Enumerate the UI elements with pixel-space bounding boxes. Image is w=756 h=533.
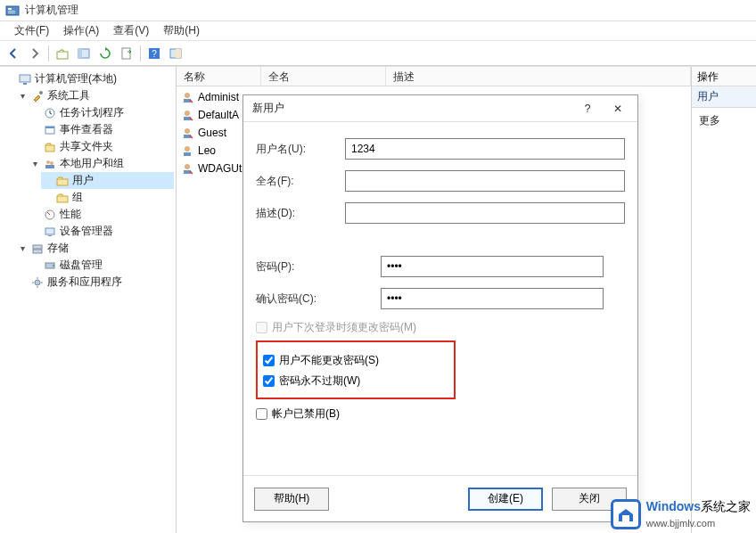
checkbox-account-disabled-label: 帐户已禁用(B)	[272, 406, 340, 422]
annotation-highlight: 用户不能更改密码(S) 密码永不过期(W)	[256, 340, 456, 399]
storage-icon	[30, 242, 45, 256]
svg-rect-18	[45, 145, 54, 152]
menubar: 文件(F) 操作(A) 查看(V) 帮助(H)	[0, 21, 756, 41]
toolbar-help-button[interactable]: ?	[144, 44, 164, 63]
checkbox-cannot-change-row[interactable]: 用户不能更改密码(S)	[263, 353, 448, 368]
svg-rect-37	[184, 135, 191, 138]
folder-icon	[55, 174, 70, 188]
svg-rect-4	[57, 52, 68, 59]
svg-rect-39	[184, 152, 191, 156]
toolbar: ?	[0, 41, 756, 66]
toolbar-separator	[140, 45, 141, 62]
tree-event-viewer-label: 事件查看器	[60, 122, 113, 137]
toolbar-refresh-button[interactable]	[95, 44, 115, 63]
tree-shared-folders[interactable]: ▸共享文件夹	[29, 138, 174, 155]
toolbar-up-button[interactable]	[53, 44, 72, 63]
menu-help[interactable]: 帮助(H)	[156, 21, 207, 40]
svg-rect-33	[184, 99, 191, 102]
tree-root[interactable]: 计算机管理(本地)	[4, 70, 174, 87]
create-button[interactable]: 创建(E)	[468, 488, 543, 511]
tree-shared-folders-label: 共享文件夹	[60, 139, 113, 154]
svg-rect-23	[57, 196, 68, 202]
svg-rect-41	[184, 170, 191, 174]
svg-point-14	[39, 91, 43, 94]
username-field[interactable]	[345, 138, 625, 160]
tree-system-tools[interactable]: ▾ 系统工具	[16, 87, 174, 104]
checkbox-never-expires[interactable]	[263, 375, 275, 387]
user-icon	[180, 144, 194, 158]
tree-disk-management-label: 磁盘管理	[60, 258, 103, 273]
console-tree[interactable]: 计算机管理(本地) ▾ 系统工具 ▸任	[2, 70, 174, 291]
label-username: 用户名(U):	[256, 142, 345, 157]
fullname-field[interactable]	[345, 170, 625, 192]
tree-task-scheduler[interactable]: ▸任务计划程序	[29, 104, 174, 121]
menu-view[interactable]: 查看(V)	[106, 21, 156, 40]
column-name[interactable]: 名称	[177, 67, 261, 86]
checkbox-cannot-change[interactable]	[263, 355, 275, 366]
tree-device-manager-label: 设备管理器	[60, 224, 113, 239]
computer-icon	[18, 72, 32, 86]
dialog-body: 用户名(U): 全名(F): 描述(D): 密码(P): 确认密码(C): 用户…	[243, 122, 637, 475]
column-description[interactable]: 描述	[386, 67, 691, 86]
list-item-name: Leo	[198, 144, 216, 157]
checkbox-never-expires-label: 密码永不过期(W)	[279, 373, 360, 389]
help-button[interactable]: 帮助(H)	[254, 488, 329, 511]
dialog-titlebar[interactable]: 新用户 ? ✕	[243, 95, 637, 122]
tree-services-apps[interactable]: ▸服务和应用程序	[16, 274, 174, 291]
label-confirm-password: 确认密码(C):	[256, 291, 381, 307]
watermark-url: www.bjjmlv.com	[646, 518, 715, 529]
close-icon[interactable]: ✕	[605, 99, 630, 119]
svg-point-20	[50, 161, 53, 165]
svg-rect-28	[33, 250, 42, 253]
user-icon	[180, 161, 194, 176]
label-fullname: 全名(F):	[256, 174, 345, 189]
tree-panel: 计算机管理(本地) ▾ 系统工具 ▸任	[0, 67, 177, 533]
tree-local-users-groups[interactable]: ▾本地用户和组	[29, 155, 174, 172]
dialog-help-button[interactable]: ?	[575, 99, 600, 119]
tree-storage[interactable]: ▾存储	[16, 240, 174, 257]
menu-file[interactable]: 文件(F)	[7, 21, 56, 40]
svg-rect-2	[8, 11, 15, 12]
menu-action[interactable]: 操作(A)	[56, 21, 106, 40]
performance-icon	[43, 208, 57, 222]
svg-point-36	[185, 128, 190, 134]
chevron-down-icon[interactable]: ▾	[30, 159, 40, 168]
dialog-title: 新用户	[252, 101, 284, 116]
tree-users[interactable]: 用户	[41, 172, 174, 189]
column-fullname[interactable]: 全名	[261, 67, 386, 86]
svg-rect-35	[184, 117, 191, 120]
toolbar-properties-button[interactable]	[166, 44, 185, 63]
checkbox-never-expires-row[interactable]: 密码永不过期(W)	[263, 373, 448, 389]
tree-event-viewer[interactable]: ▸事件查看器	[29, 121, 174, 138]
toolbar-show-hide-console-button[interactable]	[74, 44, 94, 63]
confirm-password-field[interactable]	[381, 288, 604, 309]
actions-more[interactable]: 更多	[692, 108, 756, 134]
new-user-dialog: 新用户 ? ✕ 用户名(U): 全名(F): 描述(D): 密码(P): 确认密…	[242, 94, 638, 522]
svg-point-32	[185, 93, 190, 98]
checkbox-account-disabled-row[interactable]: 帐户已禁用(B)	[256, 406, 625, 422]
svg-point-40	[185, 164, 190, 169]
svg-rect-7	[122, 48, 130, 59]
svg-point-30	[53, 265, 54, 266]
tree-device-manager[interactable]: 设备管理器	[29, 223, 174, 240]
chevron-down-icon[interactable]: ▾	[18, 91, 28, 101]
svg-rect-3	[8, 12, 15, 13]
svg-rect-27	[33, 245, 42, 249]
checkbox-account-disabled[interactable]	[256, 408, 267, 420]
watermark-text: Windows系统之家 www.bjjmlv.com	[646, 499, 751, 529]
folder-icon	[55, 191, 70, 205]
description-field[interactable]	[345, 202, 625, 224]
toolbar-forward-button[interactable]	[25, 44, 45, 63]
checkbox-cannot-change-label: 用户不能更改密码(S)	[279, 353, 379, 368]
tools-icon	[30, 89, 45, 103]
toolbar-export-button[interactable]	[117, 44, 136, 63]
list-item-name: Guest	[198, 127, 226, 139]
tree-disk-management[interactable]: 磁盘管理	[29, 257, 174, 274]
password-field[interactable]	[381, 256, 604, 277]
svg-rect-22	[57, 179, 68, 185]
tree-groups[interactable]: 组	[41, 189, 174, 206]
tree-performance[interactable]: ▸性能	[29, 206, 174, 223]
toolbar-back-button[interactable]	[4, 44, 23, 63]
chevron-down-icon[interactable]: ▾	[18, 243, 28, 253]
checkbox-must-change-row: 用户下次登录时须更改密码(M)	[256, 320, 625, 335]
